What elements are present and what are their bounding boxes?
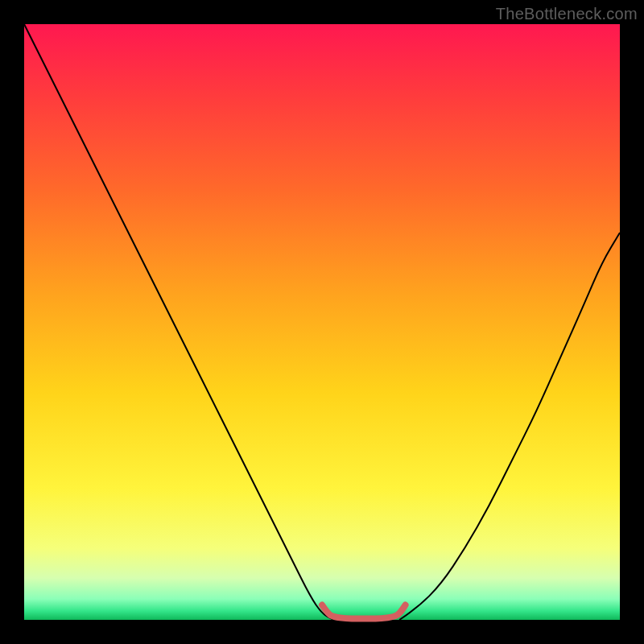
- frame: TheBottleneck.com: [0, 0, 644, 644]
- watermark-text: TheBottleneck.com: [496, 5, 638, 23]
- plot-background: [24, 24, 620, 620]
- chart-svg: [0, 0, 644, 644]
